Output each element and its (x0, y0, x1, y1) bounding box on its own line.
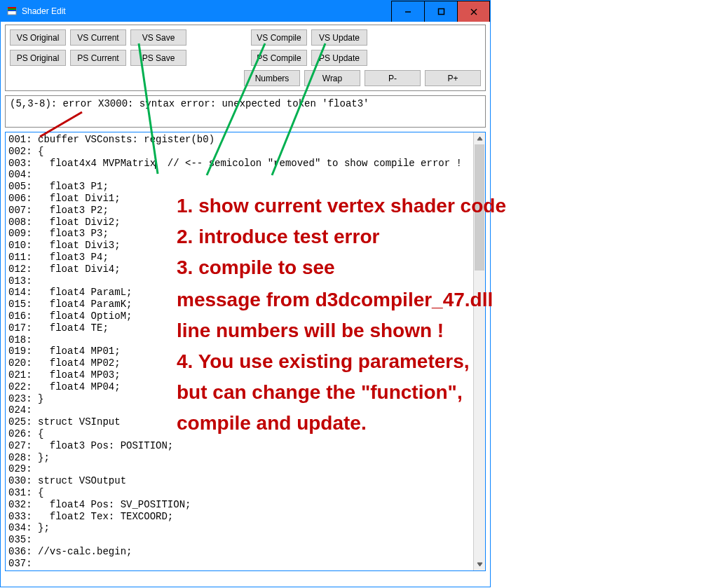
window-title: Shader Edit (22, 6, 391, 16)
scroll-down-arrow[interactable] (474, 559, 485, 570)
client-area: VS Original VS Current VS Save VS Compil… (1, 22, 490, 587)
ps-save-button[interactable]: PS Save (130, 50, 186, 66)
svg-marker-8 (477, 137, 482, 140)
toolbar-panel: VS Original VS Current VS Save VS Compil… (5, 25, 486, 91)
titlebar[interactable]: Shader Edit (1, 1, 490, 22)
toolbar-row-misc: Numbers Wrap P- P+ (10, 70, 481, 86)
svg-rect-1 (8, 7, 16, 8)
vs-compile-button[interactable]: VS Compile (251, 29, 307, 46)
ps-compile-button[interactable]: PS Compile (251, 50, 307, 66)
ps-update-button[interactable]: PS Update (311, 50, 367, 66)
vs-original-button[interactable]: VS Original (10, 29, 66, 46)
code-editor[interactable]: 001: cbuffer VSConsts: register(b0) 002:… (5, 132, 486, 571)
scroll-up-arrow[interactable] (474, 132, 485, 144)
toolbar-row-ps: PS Original PS Current PS Save PS Compil… (10, 50, 481, 66)
toolbar-row-vs: VS Original VS Current VS Save VS Compil… (10, 29, 481, 46)
vs-save-button[interactable]: VS Save (130, 29, 186, 46)
svg-rect-5 (438, 9, 444, 15)
p-plus-button[interactable]: P+ (425, 70, 481, 86)
svg-rect-2 (8, 8, 16, 10)
scroll-thumb[interactable] (475, 144, 484, 271)
close-button[interactable] (457, 1, 490, 22)
maximize-button[interactable] (424, 1, 457, 22)
vs-current-button[interactable]: VS Current (70, 29, 126, 46)
wrap-button[interactable]: Wrap (304, 70, 360, 86)
minimize-button[interactable] (391, 1, 424, 22)
vs-update-button[interactable]: VS Update (311, 29, 367, 46)
ps-current-button[interactable]: PS Current (70, 50, 126, 66)
vertical-scrollbar[interactable] (473, 132, 485, 570)
p-minus-button[interactable]: P- (365, 70, 421, 86)
ps-original-button[interactable]: PS Original (10, 50, 66, 66)
window-buttons (391, 1, 490, 22)
error-output[interactable]: (5,3-8): error X3000: syntax error: unex… (5, 95, 486, 128)
svg-rect-3 (8, 10, 16, 11)
app-window: Shader Edit VS Original VS Current VS Sa… (0, 0, 491, 587)
svg-marker-9 (477, 563, 482, 566)
app-icon (6, 6, 18, 17)
scroll-track[interactable] (474, 144, 485, 559)
numbers-button[interactable]: Numbers (244, 70, 300, 86)
